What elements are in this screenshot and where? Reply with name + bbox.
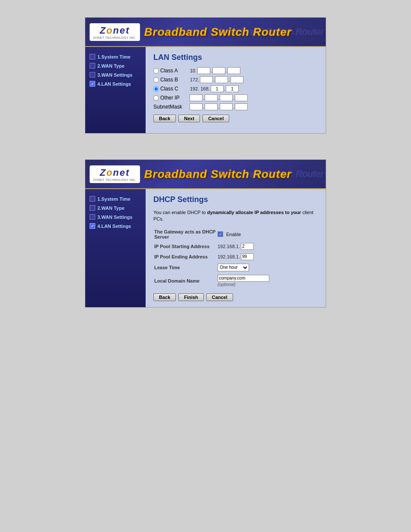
sidebar-item-wan-type-2[interactable]: 2.WAN Type: [90, 205, 141, 211]
class-a-ip-fields: 10. . .: [190, 67, 240, 74]
subnet-input-3[interactable]: [220, 103, 233, 110]
ip-start-label-cell: IP Pool Starting Address: [154, 242, 217, 251]
other-ip-fields: . . .: [190, 94, 248, 101]
logo-text-2: Zonet: [93, 167, 137, 178]
class-b-row: Class B 172. . .: [153, 76, 318, 83]
class-c-input-1[interactable]: [211, 85, 224, 92]
class-b-input-3[interactable]: [230, 76, 243, 83]
subnet-input-1[interactable]: [190, 103, 202, 110]
class-c-label: Class C: [160, 86, 178, 92]
other-ip-row: Other IP . . .: [153, 94, 318, 101]
cancel-button-2[interactable]: Cancel: [206, 293, 233, 301]
class-a-input-2[interactable]: [212, 67, 225, 74]
domain-value-cell: (optional): [218, 274, 317, 288]
class-b-radio-col: Class B: [153, 77, 188, 83]
next-button-1[interactable]: Next: [178, 115, 200, 122]
class-c-radio-col: Class C: [153, 86, 188, 92]
sidebar-item-system-time-1[interactable]: 1.System Time: [90, 54, 141, 59]
panel-2-dhcp-settings: Zonet ZONET TECHNOLOGY INC. Broadband Sw…: [85, 159, 326, 308]
header-title-1: Broadband Switch Router: [144, 25, 292, 39]
sidebar-item-lan-settings-2[interactable]: 4.LAN Settings: [90, 223, 141, 229]
ip-end-value-cell: 192.168.1.: [218, 252, 317, 261]
class-b-radio[interactable]: [153, 77, 159, 83]
class-b-ip-fields: 172. . .: [190, 76, 243, 83]
sidebar-item-system-time-2[interactable]: 1.System Time: [90, 196, 141, 202]
class-b-prefix: 172.: [190, 77, 199, 82]
other-ip-radio[interactable]: [153, 95, 159, 101]
lease-select[interactable]: One hour Two hours Four hours Eight hour…: [218, 264, 249, 271]
sidebar-checkbox-lan-settings-2: [90, 223, 95, 229]
lease-time-row: Lease Time One hour Two hours Four hours…: [154, 262, 317, 273]
sidebar-label-wan-settings-1: 3.WAN Settings: [97, 72, 132, 78]
header-title-2: Broadband Switch Router: [144, 168, 292, 181]
class-b-input-1[interactable]: [200, 76, 213, 83]
panel-1-lan-settings: Zonet ZONET TECHNOLOGY INC. Broadband Sw…: [85, 17, 326, 134]
gateway-value-cell: Enable: [218, 228, 317, 241]
panel-2-content: DHCP Settings You can enable DHCP to dyn…: [146, 189, 326, 307]
class-a-input-1[interactable]: [197, 67, 210, 74]
sidebar-label-lan-settings-1: 4.LAN Settings: [97, 81, 131, 87]
dhcp-form-table: The Gateway acts as DHCPServer Enable IP…: [153, 227, 318, 289]
sidebar-label-wan-type-1: 2.WAN Type: [97, 63, 125, 68]
other-ip-input-2[interactable]: [205, 94, 218, 101]
class-b-label: Class B: [160, 77, 178, 83]
other-ip-label: Other IP: [160, 95, 180, 101]
dhcp-desc-part1: You can enable DHCP to: [153, 210, 207, 215]
subnet-input-2[interactable]: [205, 103, 218, 110]
class-a-prefix: 10.: [190, 68, 196, 73]
sidebar-checkbox-wan-settings-2: [90, 214, 95, 220]
panel-2-body: 1.System Time 2.WAN Type 3.WAN Settings …: [85, 189, 326, 307]
class-a-label: Class A: [160, 68, 178, 74]
class-a-input-3[interactable]: [227, 67, 240, 74]
other-ip-input-3[interactable]: [220, 94, 233, 101]
logo-sub-1: ZONET TECHNOLOGY INC.: [93, 36, 137, 39]
sidebar-checkbox-wan-type-2: [90, 205, 95, 211]
class-a-radio[interactable]: [153, 68, 159, 74]
ip-end-label-cell: IP Pool Ending Address: [154, 252, 217, 261]
finish-button-2[interactable]: Finish: [178, 293, 203, 301]
dhcp-desc-bold: dynamically allocate IP addresses to you…: [207, 210, 301, 215]
sidebar-item-wan-type-1[interactable]: 2.WAN Type: [90, 63, 141, 68]
domain-label-cell: Local Domain Name: [154, 274, 217, 288]
logo-sub-2: ZONET TECHNOLOGY INC.: [93, 178, 137, 181]
ip-start-value-cell: 192.168.1.: [218, 242, 317, 251]
back-button-1[interactable]: Back: [153, 115, 176, 122]
cancel-button-1[interactable]: Cancel: [202, 115, 229, 122]
gateway-enable-checkbox[interactable]: [218, 231, 223, 237]
sidebar-label-system-time-1: 1.System Time: [97, 54, 131, 59]
back-button-2[interactable]: Back: [153, 293, 176, 301]
panel-1-title: LAN Settings: [153, 53, 318, 62]
class-c-prefix: 192.: [190, 86, 199, 91]
lease-value-cell: One hour Two hours Four hours Eight hour…: [218, 262, 317, 273]
panel-2-title: DHCP Settings: [153, 195, 318, 204]
ip-end-row: IP Pool Ending Address 192.168.1.: [154, 252, 317, 261]
sidebar-item-lan-settings-1[interactable]: 4.LAN Settings: [90, 81, 141, 87]
sidebar-checkbox-wan-type-1: [90, 63, 95, 68]
sidebar-checkbox-system-time-1: [90, 54, 95, 59]
class-c-radio[interactable]: [153, 86, 159, 92]
logo-box-2: Zonet ZONET TECHNOLOGY INC.: [90, 165, 140, 183]
other-ip-input-1[interactable]: [190, 94, 202, 101]
domain-input[interactable]: [218, 275, 269, 282]
other-ip-input-4[interactable]: [235, 94, 248, 101]
class-c-input-2[interactable]: [226, 85, 239, 92]
ip-end-input[interactable]: [241, 253, 254, 260]
domain-optional: (optional): [218, 282, 236, 287]
domain-row: Local Domain Name (optional): [154, 274, 317, 288]
subnet-ip-fields: . . .: [190, 103, 248, 110]
subnet-input-4[interactable]: [235, 103, 248, 110]
logo-text-1: Zonet: [93, 25, 137, 36]
ip-start-row: IP Pool Starting Address 192.168.1.: [154, 242, 317, 251]
class-a-radio-col: Class A: [153, 68, 188, 74]
other-ip-radio-col: Other IP: [153, 95, 188, 101]
class-b-input-2[interactable]: [215, 76, 228, 83]
sidebar-label-wan-settings-2: 3.WAN Settings: [97, 215, 132, 220]
ip-start-input[interactable]: [241, 243, 254, 250]
sidebar-item-wan-settings-2[interactable]: 3.WAN Settings: [90, 214, 141, 220]
sidebar-label-system-time-2: 1.System Time: [97, 196, 131, 202]
sidebar-checkbox-lan-settings-1: [90, 81, 95, 87]
subnet-label-col: SubnetMask: [153, 104, 188, 110]
sidebar-item-wan-settings-1[interactable]: 3.WAN Settings: [90, 72, 141, 78]
panel-1-body: 1.System Time 2.WAN Type 3.WAN Settings …: [85, 47, 326, 133]
sidebar-label-lan-settings-2: 4.LAN Settings: [97, 224, 131, 229]
